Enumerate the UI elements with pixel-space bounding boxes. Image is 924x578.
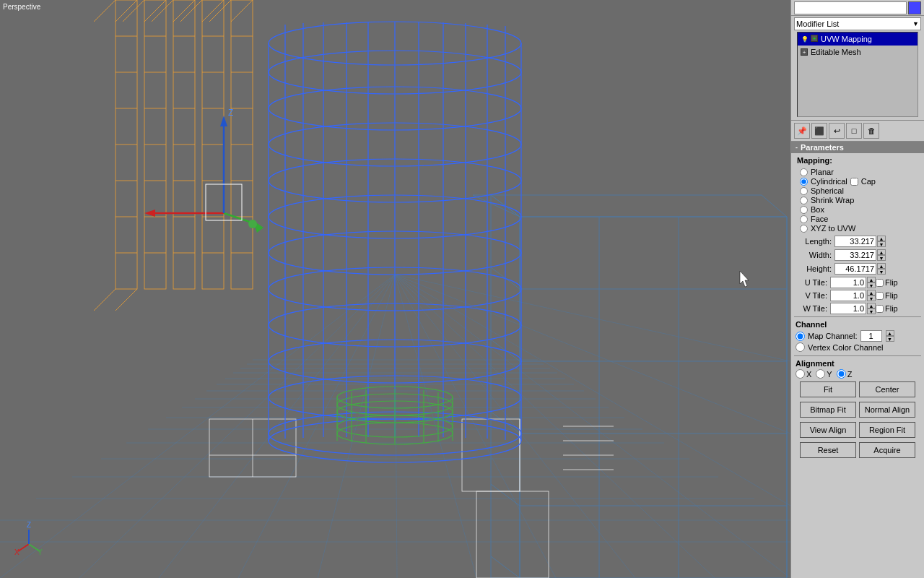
acquire-button[interactable]: Acquire xyxy=(859,442,915,458)
width-input[interactable] xyxy=(834,249,876,261)
w-tile-row: W Tile: ▲ ▼ Flip xyxy=(791,302,924,315)
radio-spherical[interactable] xyxy=(800,187,808,195)
viewport-3d[interactable]: Z X Y Z Pe xyxy=(0,0,790,578)
label-planar: Planar xyxy=(811,168,834,176)
modifier-toggle-icon[interactable]: ⬛ xyxy=(811,123,827,139)
object-color-box[interactable] xyxy=(908,1,921,14)
align-x-option: X xyxy=(796,369,811,379)
height-spinner: ▲ ▼ xyxy=(877,263,886,275)
modifier-section: Modifier List ▼ 💡 + UVW Mapping + Editab… xyxy=(791,16,924,121)
height-input[interactable] xyxy=(834,263,876,275)
v-tile-spin-up[interactable]: ▲ xyxy=(867,290,876,296)
map-channel-input[interactable] xyxy=(860,330,882,342)
length-label: Length: xyxy=(796,237,832,246)
vertex-color-label: Vertex Color Channel xyxy=(808,343,884,352)
v-tile-spinner: ▲ ▼ xyxy=(867,290,876,301)
radio-row-spherical: Spherical xyxy=(800,186,915,195)
region-fit-button[interactable]: Region Fit xyxy=(859,422,915,438)
label-spherical: Spherical xyxy=(811,186,844,195)
remove-modifier-icon[interactable]: 🗑 xyxy=(863,123,879,139)
radio-align-z[interactable] xyxy=(837,369,846,379)
fit-center-row: Fit Center xyxy=(796,380,920,399)
width-row: Width: ▲ ▼ xyxy=(791,249,924,262)
w-tile-label: W Tile: xyxy=(796,304,827,313)
divider-1 xyxy=(794,316,921,317)
w-tile-spin-up[interactable]: ▲ xyxy=(867,303,876,309)
reset-button[interactable]: Reset xyxy=(800,442,856,458)
u-tile-label: U Tile: xyxy=(796,278,827,287)
w-tile-spinner: ▲ ▼ xyxy=(867,303,876,314)
section-collapse-icon[interactable]: - xyxy=(796,144,798,151)
alignment-section: Alignment X Y Z xyxy=(791,358,924,462)
align-x-label: X xyxy=(806,370,811,379)
view-region-row: View Align Region Fit xyxy=(796,420,920,439)
height-spin-up[interactable]: ▲ xyxy=(877,263,886,269)
height-spin-down[interactable]: ▼ xyxy=(877,269,886,275)
u-tile-spin-down[interactable]: ▼ xyxy=(867,282,876,288)
radio-align-x[interactable] xyxy=(796,369,805,379)
radio-xyz-uvw[interactable] xyxy=(800,225,808,233)
label-box: Box xyxy=(811,205,824,214)
pin-icon[interactable]: 📌 xyxy=(794,123,810,139)
object-name-input[interactable]: Tube03 xyxy=(794,1,907,14)
radio-shrink-wrap[interactable] xyxy=(800,197,808,204)
u-tile-spin-up[interactable]: ▲ xyxy=(867,277,876,282)
channel-spin-down[interactable]: ▼ xyxy=(886,336,894,342)
radio-planar[interactable] xyxy=(800,168,808,176)
w-flip-checkbox[interactable] xyxy=(876,305,884,313)
u-tile-input[interactable] xyxy=(830,277,866,288)
right-panel: Tube03 Modifier List ▼ 💡 + UVW Mapping xyxy=(790,0,924,578)
svg-text:Z: Z xyxy=(27,521,31,529)
w-flip-label: Flip xyxy=(885,304,898,313)
channel-section-label: Channel xyxy=(796,320,920,329)
radio-face[interactable] xyxy=(800,215,808,223)
modifier-empty-space xyxy=(798,59,918,116)
width-label: Width: xyxy=(796,251,832,259)
length-spin-down[interactable]: ▼ xyxy=(877,241,886,247)
length-row: Length: ▲ ▼ xyxy=(791,235,924,248)
section-title: Parameters xyxy=(801,143,844,152)
modifier-list-dropdown[interactable]: Modifier List ▼ xyxy=(794,17,921,30)
axis-indicator-bl: X Y Z xyxy=(11,519,47,556)
label-cylindrical: Cylindrical xyxy=(811,177,847,186)
radio-align-y[interactable] xyxy=(816,369,825,379)
show-end-result-icon[interactable]: ↩ xyxy=(829,123,845,139)
radio-map-channel[interactable] xyxy=(796,332,805,341)
make-unique-icon[interactable]: □ xyxy=(846,123,862,139)
v-tile-spin-down[interactable]: ▼ xyxy=(867,296,876,301)
map-channel-row: Map Channel: ▲ ▼ xyxy=(796,330,920,342)
bitmap-fit-button[interactable]: Bitmap Fit xyxy=(800,402,856,418)
radio-box[interactable] xyxy=(800,206,808,214)
length-input[interactable] xyxy=(834,236,876,247)
divider-2 xyxy=(794,355,921,356)
height-row: Height: ▲ ▼ xyxy=(791,262,924,275)
reset-acquire-row: Reset Acquire xyxy=(796,441,920,460)
checkbox-cap[interactable] xyxy=(850,178,858,186)
modifier-icons-2: + xyxy=(801,48,808,56)
modifier-item-uvw[interactable]: 💡 + UVW Mapping xyxy=(798,33,918,46)
v-tile-input[interactable] xyxy=(830,290,866,301)
w-tile-spin-down[interactable]: ▼ xyxy=(867,309,876,314)
radio-vertex-color[interactable] xyxy=(796,342,805,352)
align-radio-row: X Y Z xyxy=(796,369,920,379)
main-layout: Z X Y Z Pe xyxy=(0,0,924,578)
center-button[interactable]: Center xyxy=(859,381,915,397)
title-bar: Tube03 xyxy=(791,0,924,16)
fit-button[interactable]: Fit xyxy=(800,381,856,397)
radio-cylindrical[interactable] xyxy=(800,178,808,186)
w-tile-input[interactable] xyxy=(830,303,866,314)
mapping-radio-group: Planar Cylindrical Cap Spherical xyxy=(791,166,924,234)
normal-align-button[interactable]: Normal Align xyxy=(859,402,915,418)
length-spin-up[interactable]: ▲ xyxy=(877,236,886,241)
parameters-section-header: - Parameters xyxy=(791,142,924,153)
align-z-label: Z xyxy=(847,370,853,379)
modifier-item-editable-mesh[interactable]: + Editable Mesh xyxy=(798,46,918,59)
channel-spin-up[interactable]: ▲ xyxy=(886,330,894,336)
view-align-button[interactable]: View Align xyxy=(800,422,856,438)
v-flip-checkbox[interactable] xyxy=(876,292,884,300)
toolbar-icons-row: 📌 ⬛ ↩ □ 🗑 xyxy=(791,121,924,142)
u-flip-checkbox[interactable] xyxy=(876,279,884,287)
width-spin-down[interactable]: ▼ xyxy=(877,255,886,261)
modifier-icons: 💡 + xyxy=(801,35,818,43)
width-spin-up[interactable]: ▲ xyxy=(877,249,886,255)
